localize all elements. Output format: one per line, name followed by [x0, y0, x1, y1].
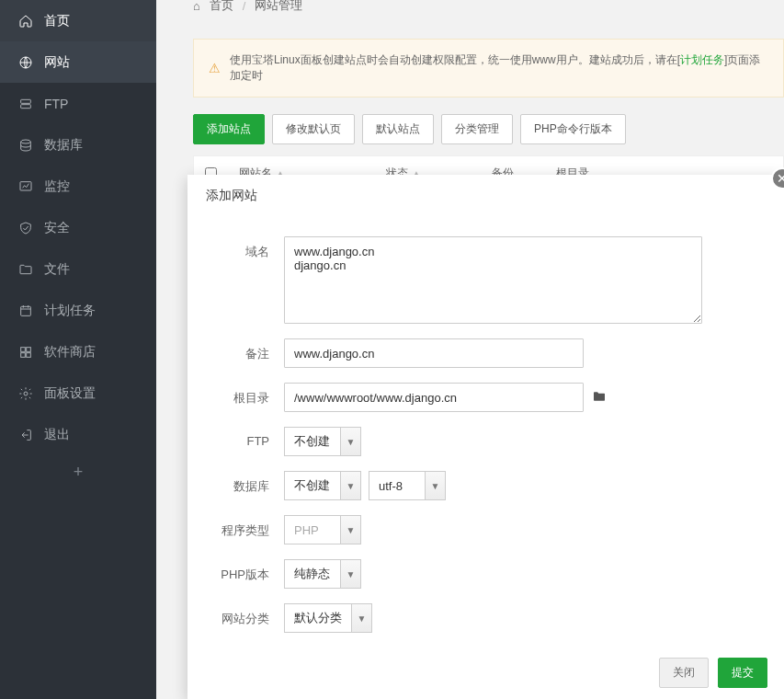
note-label: 备注 — [206, 338, 284, 362]
sidebar-item-appstore[interactable]: 软件商店 — [0, 331, 156, 372]
breadcrumb: ⌂ 首页 / 网站管理 — [156, 0, 784, 11]
sidebar-item-label: 软件商店 — [44, 344, 96, 361]
sidebar-item-label: FTP — [44, 97, 68, 111]
svg-point-3 — [21, 140, 31, 143]
modal-title: 添加网站 — [187, 175, 784, 218]
alert-banner: ⚠ 使用宝塔Linux面板创建站点时会自动创建权限配置，统一使用www用户。建站… — [193, 39, 784, 97]
svg-rect-2 — [21, 104, 31, 108]
category-manage-button[interactable]: 分类管理 — [441, 114, 513, 144]
sidebar-item-ftp[interactable]: FTP — [0, 83, 156, 124]
globe-icon — [18, 55, 33, 70]
domain-label: 域名 — [206, 236, 284, 260]
home-icon: ⌂ — [193, 0, 200, 13]
database-icon — [18, 138, 33, 153]
breadcrumb-home[interactable]: 首页 — [210, 0, 233, 14]
sidebar-item-logout[interactable]: 退出 — [0, 414, 156, 455]
php-cli-button[interactable]: PHP命令行版本 — [520, 114, 626, 144]
svg-rect-6 — [21, 347, 26, 351]
sidebar-item-label: 首页 — [44, 13, 70, 29]
toolbar: 添加站点 修改默认页 默认站点 分类管理 PHP命令行版本 — [156, 109, 784, 155]
root-label: 根目录 — [206, 383, 284, 407]
apps-icon — [18, 345, 33, 360]
root-input[interactable] — [284, 383, 584, 412]
database-label: 数据库 — [206, 471, 284, 495]
calendar-icon — [18, 304, 33, 318]
sidebar-item-label: 计划任务 — [44, 303, 96, 319]
close-icon: ✕ — [777, 171, 784, 186]
browse-folder-icon[interactable] — [591, 389, 608, 407]
sidebar-item-database[interactable]: 数据库 — [0, 124, 156, 166]
svg-rect-5 — [21, 306, 31, 315]
chevron-down-icon: ▼ — [340, 560, 360, 588]
sidebar: 首页 网站 FTP 数据库 监控 安全 文件 计划任务 软件商店 面板设置 退出 — [0, 0, 156, 699]
chevron-down-icon: ▼ — [425, 472, 445, 499]
domain-input[interactable] — [284, 236, 702, 324]
sidebar-item-settings[interactable]: 面板设置 — [0, 372, 156, 414]
default-site-button[interactable]: 默认站点 — [362, 114, 434, 144]
sidebar-item-monitor[interactable]: 监控 — [0, 166, 156, 207]
svg-rect-1 — [21, 99, 31, 103]
ftp-select[interactable]: 不创建 ▼ — [284, 427, 361, 456]
svg-rect-9 — [27, 352, 31, 357]
php-version-select[interactable]: 纯静态 ▼ — [284, 559, 361, 589]
program-type-label: 程序类型 — [206, 515, 284, 539]
charset-select[interactable]: utf-8 ▼ — [369, 471, 446, 500]
svg-rect-8 — [21, 352, 26, 357]
database-select[interactable]: 不创建 ▼ — [284, 471, 361, 500]
program-type-select[interactable]: PHP ▼ — [284, 515, 361, 544]
add-site-button[interactable]: 添加站点 — [193, 114, 265, 144]
submit-button[interactable]: 提交 — [718, 658, 767, 688]
add-site-form: 域名 备注 根目录 FTP 不创建 — [187, 218, 784, 633]
breadcrumb-current: 网站管理 — [255, 0, 302, 14]
sidebar-item-files[interactable]: 文件 — [0, 248, 156, 290]
modify-default-button[interactable]: 修改默认页 — [272, 114, 355, 144]
breadcrumb-sep: / — [243, 0, 246, 13]
chevron-down-icon: ▼ — [340, 428, 360, 455]
logout-icon — [18, 428, 33, 442]
shield-icon — [18, 221, 33, 235]
warning-icon: ⚠ — [209, 61, 221, 75]
add-site-modal: ✕ 添加网站 域名 备注 根目录 FTP — [187, 175, 784, 699]
site-category-label: 网站分类 — [206, 603, 284, 627]
sidebar-item-label: 网站 — [44, 54, 70, 71]
sidebar-item-label: 面板设置 — [44, 385, 96, 402]
sidebar-add-button[interactable]: + — [0, 455, 156, 488]
folder-icon — [18, 262, 33, 277]
alert-text: 使用宝塔Linux面板创建站点时会自动创建权限配置，统一使用www用户。建站成功… — [230, 52, 768, 84]
sidebar-item-cron[interactable]: 计划任务 — [0, 290, 156, 331]
alert-link[interactable]: 计划任务 — [680, 53, 724, 66]
sidebar-item-label: 安全 — [44, 220, 70, 236]
svg-rect-7 — [27, 347, 31, 351]
ftp-label: FTP — [206, 427, 284, 448]
sidebar-item-label: 监控 — [44, 178, 70, 195]
home-icon — [18, 14, 33, 29]
note-input[interactable] — [284, 338, 584, 368]
chevron-down-icon: ▼ — [340, 516, 360, 544]
modal-footer: 关闭 提交 — [187, 647, 784, 699]
sidebar-item-label: 退出 — [44, 427, 70, 443]
chevron-down-icon: ▼ — [351, 604, 371, 632]
chevron-down-icon: ▼ — [340, 472, 360, 499]
sidebar-item-label: 文件 — [44, 261, 70, 278]
ftp-icon — [18, 97, 33, 111]
php-version-label: PHP版本 — [206, 559, 284, 583]
site-category-select[interactable]: 默认分类 ▼ — [284, 603, 372, 633]
sidebar-item-label: 数据库 — [44, 137, 83, 154]
sidebar-item-website[interactable]: 网站 — [0, 41, 156, 83]
close-button[interactable]: 关闭 — [659, 658, 709, 688]
svg-point-10 — [24, 392, 28, 395]
sidebar-item-home[interactable]: 首页 — [0, 0, 156, 41]
gear-icon — [18, 386, 33, 401]
plus-icon: + — [74, 463, 84, 482]
monitor-icon — [18, 179, 33, 194]
sidebar-item-security[interactable]: 安全 — [0, 207, 156, 248]
